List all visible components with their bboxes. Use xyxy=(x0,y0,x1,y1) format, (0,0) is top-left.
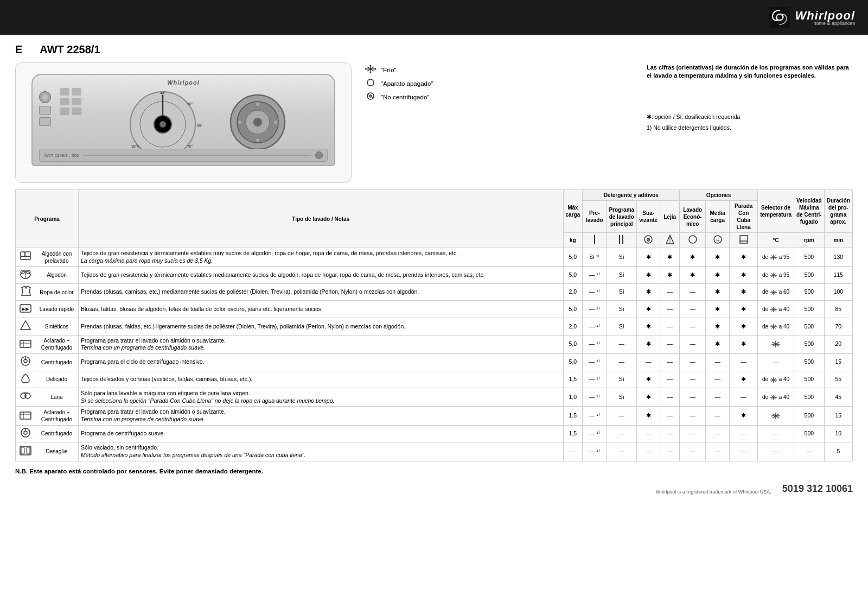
th-selector-unit: °C xyxy=(758,233,794,248)
table-row: Sintéticos Prendas (blusas, faldas, etc.… xyxy=(16,318,853,336)
row-carga: 2,0 xyxy=(563,283,583,301)
row-icon xyxy=(16,442,35,461)
row-lavecono: — xyxy=(680,301,706,318)
left-controls xyxy=(39,91,51,126)
row-mediacarga: — xyxy=(706,425,730,442)
row-selector: de a 95 xyxy=(758,248,794,267)
row-icon xyxy=(16,248,35,267)
row-programa: Sintéticos xyxy=(35,318,79,336)
notes-footer2: 1) No utilice detergentes líquidos. xyxy=(647,124,853,132)
row-progprin: — xyxy=(607,425,637,442)
footer-partnum: 5019 312 10061 xyxy=(782,483,853,495)
svg-text:60°: 60° xyxy=(197,124,203,128)
row-programa: Desagüe xyxy=(35,442,79,461)
row-tipo: Programa para el ciclo de centrifugado i… xyxy=(79,353,564,371)
row-prelavado: — ¹⁾ xyxy=(583,388,607,407)
row-suavizante: ✱ xyxy=(637,407,660,425)
row-carga: 1,5 xyxy=(563,425,583,442)
row-duracion: 55 xyxy=(824,371,852,388)
knob1 xyxy=(39,91,51,103)
svg-rect-95 xyxy=(20,412,31,419)
bottom-panel: AWT 2258/1 - 500 xyxy=(39,149,328,162)
row-icon xyxy=(16,318,35,336)
row-programa: Lavado rápido xyxy=(35,301,79,318)
row-suavizante: ✱ xyxy=(637,335,660,353)
svg-rect-33 xyxy=(619,235,620,244)
row-lejia: — xyxy=(660,425,680,442)
row-velocidad: 500 xyxy=(794,425,824,442)
row-parada: ✱ xyxy=(730,301,758,318)
row-velocidad: 500 xyxy=(794,318,824,336)
svg-rect-43 xyxy=(740,236,748,243)
row-prelavado: — ¹⁾ xyxy=(583,335,607,353)
row-programa: Centrifugado xyxy=(35,353,79,371)
icon-panel xyxy=(60,88,81,115)
row-tipo: Sólo vaciado, sin centrifugado.Método al… xyxy=(79,442,564,461)
row-parada: ✱ xyxy=(730,267,758,284)
machine-inner: Whirlpool xyxy=(26,68,341,177)
row-progprin: — xyxy=(607,353,637,371)
row-suavizante: — xyxy=(637,425,660,442)
drum-svg xyxy=(228,92,288,152)
row-tipo: Tejidos delicados y cortinas (vestidos, … xyxy=(79,371,564,388)
row-velocidad: 500 xyxy=(794,388,824,407)
row-parada: — xyxy=(730,353,758,371)
row-mediacarga: ✱ xyxy=(706,335,730,353)
svg-text:▶▶: ▶▶ xyxy=(22,306,29,312)
row-selector: de a 60 xyxy=(758,283,794,301)
nocentri-icon xyxy=(365,92,376,102)
th-prelavado-icon xyxy=(583,233,607,248)
legend-nocentri: "No centrifugado" xyxy=(365,92,634,102)
table-row: Aclarado + Centrifugado Programa para tr… xyxy=(16,407,853,425)
row-parada: ✱ xyxy=(730,335,758,353)
suavizante-icon-svg: ⚙ xyxy=(643,235,653,244)
row-carga: 1,5 xyxy=(563,371,583,388)
row-duracion: 5 xyxy=(824,442,852,461)
th-parada-icon xyxy=(730,233,758,248)
row-lavecono: — xyxy=(680,388,706,407)
th-mediacarga: Mediacarga xyxy=(706,201,730,233)
row-lavecono: ✱ xyxy=(680,248,706,267)
row-lejia: — xyxy=(660,283,680,301)
svg-rect-75 xyxy=(20,340,31,347)
row-lejia: — xyxy=(660,301,680,318)
row-carga: 5,0 xyxy=(563,248,583,267)
logo-container: Whirlpool home & appliances xyxy=(769,7,855,28)
lejia-icon-svg xyxy=(666,235,674,244)
row-parada: — xyxy=(730,425,758,442)
parada-icon-svg xyxy=(739,235,749,244)
th-carga-unit: kg xyxy=(563,233,583,248)
row-prelavado: — ¹⁾ xyxy=(583,442,607,461)
model-number: AWT 2258/1 xyxy=(40,43,100,56)
svg-text:⚙: ⚙ xyxy=(646,237,650,243)
row-prelavado: — ¹⁾ xyxy=(583,407,607,425)
machine-body: Whirlpool xyxy=(31,74,335,166)
table-row: Desagüe Sólo vaciado, sin centrifugado.M… xyxy=(16,442,853,461)
frio-icon xyxy=(365,65,376,75)
row-duracion: 15 xyxy=(824,353,852,371)
row-duracion: 130 xyxy=(824,248,852,267)
row-suavizante: ✱ xyxy=(637,248,660,267)
row-icon xyxy=(16,283,35,301)
row-selector: — xyxy=(758,353,794,371)
th-programaprin-icon xyxy=(607,233,637,248)
bottom-knob xyxy=(315,151,323,159)
th-suavizante-icon: ⚙ xyxy=(637,233,660,248)
svg-point-26 xyxy=(365,68,367,70)
icon2 xyxy=(72,88,81,96)
nocentri-label: "No centrifugado" xyxy=(381,94,429,100)
row-tipo: Programa de centrifugado suave. xyxy=(79,425,564,442)
row-velocidad: 500 xyxy=(794,248,824,267)
legend-apagado: "Aparato apagado" xyxy=(365,78,634,88)
svg-rect-32 xyxy=(594,235,595,244)
row-tipo: Prendas (blusas, faldas, etc.) ligeramen… xyxy=(79,318,564,336)
icon4 xyxy=(72,98,81,105)
row-mediacarga: — xyxy=(706,388,730,407)
notes-footer1: ✱: opción / Sí: dosificación requerida xyxy=(647,113,853,122)
row-icon: ▶▶ xyxy=(16,301,35,318)
row-programa: Aclarado + Centrifugado xyxy=(35,407,79,425)
row-prelavado: — ¹⁾ xyxy=(583,353,607,371)
table-body: Algodón con prelavado Tejidos de gran re… xyxy=(16,248,853,461)
row-mediacarga: ✱ xyxy=(706,301,730,318)
row-icon xyxy=(16,388,35,407)
